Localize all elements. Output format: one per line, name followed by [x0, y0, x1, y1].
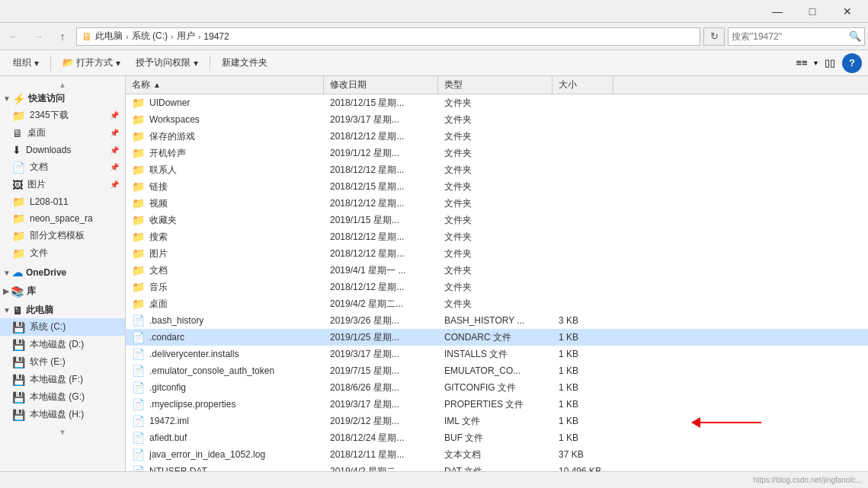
- file-name: 图片: [149, 247, 168, 260]
- file-size-cell: 1 KB: [553, 413, 613, 429]
- address-path[interactable]: 🖥 此电脑 › 系统 (C:) › 用户 › 19472: [76, 27, 700, 46]
- table-row[interactable]: 📄 afiedt.buf 2018/12/24 星期... BUF 文件 1 K…: [126, 429, 868, 446]
- file-date-cell: 2019/1/15 星期...: [324, 212, 438, 228]
- file-name-cell: 📄 19472.iml: [126, 413, 324, 429]
- onedrive-section: ▼ ☁ OneDrive: [0, 265, 125, 280]
- organize-button[interactable]: 组织 ▾: [6, 53, 46, 73]
- table-row[interactable]: 📄 .deliverycenter.installs 2019/3/17 星期.…: [126, 346, 868, 362]
- file-name: 链接: [149, 180, 168, 193]
- refresh-button[interactable]: ↻: [703, 27, 725, 46]
- sidebar-item-label: 图片: [27, 178, 46, 191]
- search-bar[interactable]: 🔍: [728, 27, 865, 46]
- new-folder-button[interactable]: 新建文件夹: [215, 53, 274, 73]
- sidebar-item-drive-d[interactable]: 💾 本地磁盘 (D:): [0, 336, 125, 353]
- file-name-cell: 📁 桌面: [126, 295, 324, 312]
- access-button[interactable]: 授予访问权限 ▾: [129, 53, 205, 73]
- file-type-cell: 文件夹: [438, 128, 553, 145]
- sidebar-item-L208[interactable]: 📁 L208-011: [0, 193, 125, 210]
- desktop-icon: 🖥: [12, 127, 23, 139]
- col-header-date[interactable]: 修改日期: [324, 76, 438, 94]
- table-row[interactable]: 📁 Workspaces 2019/3/17 星期... 文件夹: [126, 111, 868, 128]
- table-row[interactable]: 📁 UIDowner 2018/12/15 星期... 文件夹: [126, 94, 868, 111]
- sidebar-item-drive-h[interactable]: 💾 本地磁盘 (H:): [0, 406, 125, 423]
- sidebar-item-drive-f[interactable]: 💾 本地磁盘 (F:): [0, 371, 125, 388]
- table-row[interactable]: 📁 音乐 2018/12/12 星期... 文件夹: [126, 279, 868, 295]
- file-type-cell: BUF 文件: [438, 429, 553, 446]
- back-button[interactable]: ←: [3, 27, 24, 46]
- sidebar-item-pics[interactable]: 🖼 图片 📌: [0, 176, 125, 193]
- file-size-cell: [553, 178, 613, 195]
- scroll-down-indicator: ▼: [0, 426, 125, 438]
- col-header-size[interactable]: 大小: [553, 76, 613, 94]
- file-list-body[interactable]: 📁 UIDowner 2018/12/15 星期... 文件夹 📁 Worksp…: [126, 94, 868, 471]
- file-type-cell: DAT 文件: [438, 463, 553, 471]
- onedrive-header[interactable]: ▼ ☁ OneDrive: [0, 265, 125, 280]
- file-type-icon: 📄: [132, 398, 145, 410]
- search-icon[interactable]: 🔍: [849, 30, 861, 42]
- quick-access-header[interactable]: ▼ ⚡ 快速访问: [0, 91, 125, 107]
- drive-icon: 💾: [12, 391, 25, 403]
- table-row[interactable]: 📁 图片 2018/12/12 星期... 文件夹: [126, 245, 868, 262]
- forward-button[interactable]: →: [27, 27, 49, 46]
- table-row[interactable]: 📁 桌面 2019/4/2 星期二... 文件夹: [126, 295, 868, 312]
- close-button[interactable]: ✕: [830, 0, 865, 23]
- help-button[interactable]: ?: [842, 53, 862, 73]
- table-row[interactable]: 📁 开机铃声 2019/1/12 星期... 文件夹: [126, 145, 868, 161]
- library-header[interactable]: ▶ 📚 库: [0, 283, 125, 299]
- view-list-button[interactable]: ≡≡: [791, 53, 812, 73]
- file-name: 搜索: [149, 231, 168, 244]
- table-row[interactable]: 📄 java_error_in_idea_1052.log 2018/12/11…: [126, 446, 868, 463]
- up-button[interactable]: ↑: [52, 27, 73, 46]
- sidebar-item-2345[interactable]: 📁 2345下载 📌: [0, 107, 125, 124]
- sidebar-item-partial[interactable]: 📁 部分文档模板: [0, 227, 125, 244]
- table-row[interactable]: 📄 NTUSER.DAT 2019/4/2 星期二... DAT 文件 10,4…: [126, 463, 868, 471]
- table-row[interactable]: 📄 19472.iml 2019/2/12 星期... IML 文件 1 KB: [126, 413, 868, 429]
- sidebar-item-drive-g[interactable]: 💾 本地磁盘 (G:): [0, 388, 125, 406]
- sidebar-item-downloads[interactable]: ⬇ Downloads 📌: [0, 142, 125, 158]
- file-type-cell: GITCONFIG 文件: [438, 379, 553, 396]
- sidebar-item-label: neon_space_ra: [30, 213, 93, 224]
- open-with-button[interactable]: 📂 打开方式 ▾: [56, 53, 127, 73]
- sidebar-item-drive-c[interactable]: 💾 系统 (C:): [0, 318, 125, 336]
- file-size-cell: [553, 228, 613, 245]
- address-bar: ← → ↑ 🖥 此电脑 › 系统 (C:) › 用户 › 19472 ↻ 🔍: [0, 23, 868, 50]
- file-area: 名称 ▲ 修改日期 类型 大小 📁 UIDowner 2018/12/15 星期: [126, 76, 868, 471]
- maximize-button[interactable]: □: [795, 0, 830, 23]
- view-dropdown-icon[interactable]: ▾: [814, 59, 818, 67]
- file-type-icon: 📁: [132, 264, 145, 276]
- table-row[interactable]: 📄 .gitconfig 2018/6/26 星期... GITCONFIG 文…: [126, 379, 868, 396]
- title-bar: — □ ✕: [0, 0, 868, 23]
- file-date-cell: 2019/3/26 星期...: [324, 312, 438, 329]
- sidebar-item-drive-e[interactable]: 💾 软件 (E:): [0, 353, 125, 371]
- file-size-cell: 1 KB: [553, 396, 613, 413]
- file-name: UIDowner: [149, 97, 190, 108]
- col-header-type[interactable]: 类型: [438, 76, 553, 94]
- search-input[interactable]: [732, 31, 849, 42]
- minimize-button[interactable]: —: [760, 0, 795, 23]
- file-name-cell: 📁 开机铃声: [126, 145, 324, 161]
- table-row[interactable]: 📁 视频 2018/12/12 星期... 文件夹: [126, 195, 868, 212]
- col-header-name[interactable]: 名称 ▲: [126, 76, 324, 94]
- file-type-cell: 文件夹: [438, 94, 553, 111]
- table-row[interactable]: 📄 .condarc 2019/1/25 星期... CONDARC 文件 1 …: [126, 329, 868, 346]
- file-date-cell: 2018/12/12 星期...: [324, 195, 438, 212]
- table-row[interactable]: 📁 搜索 2018/12/12 星期... 文件夹: [126, 228, 868, 245]
- table-row[interactable]: 📁 链接 2018/12/15 星期... 文件夹: [126, 178, 868, 195]
- sidebar-item-files[interactable]: 📁 文件: [0, 244, 125, 262]
- file-name-cell: 📁 图片: [126, 245, 324, 262]
- table-row[interactable]: 📁 保存的游戏 2018/12/12 星期... 文件夹: [126, 128, 868, 145]
- pane-button[interactable]: ▯▯: [819, 53, 841, 73]
- sidebar-item-desktop[interactable]: 🖥 桌面 📌: [0, 124, 125, 142]
- table-row[interactable]: 📄 .bash_history 2019/3/26 星期... BASH_HIS…: [126, 312, 868, 329]
- file-name: 收藏夹: [149, 214, 177, 227]
- file-type-icon: 📁: [132, 180, 145, 193]
- table-row[interactable]: 📄 .myeclipse.properties 2019/3/17 星期... …: [126, 396, 868, 413]
- sidebar-item-docs[interactable]: 📄 文档 📌: [0, 158, 125, 176]
- table-row[interactable]: 📁 联系人 2018/12/12 星期... 文件夹: [126, 161, 868, 178]
- table-row[interactable]: 📁 收藏夹 2019/1/15 星期... 文件夹: [126, 212, 868, 228]
- table-row[interactable]: 📄 .emulator_console_auth_token 2019/7/15…: [126, 362, 868, 379]
- table-row[interactable]: 📁 文档 2019/4/1 星期一 ... 文件夹: [126, 262, 868, 279]
- sidebar-item-neon[interactable]: 📁 neon_space_ra: [0, 210, 125, 227]
- sidebar: ▲ ▼ ⚡ 快速访问 📁 2345下载 📌 🖥 桌面 📌: [0, 76, 126, 471]
- this-pc-header[interactable]: ▼ 🖥 此电脑: [0, 302, 125, 318]
